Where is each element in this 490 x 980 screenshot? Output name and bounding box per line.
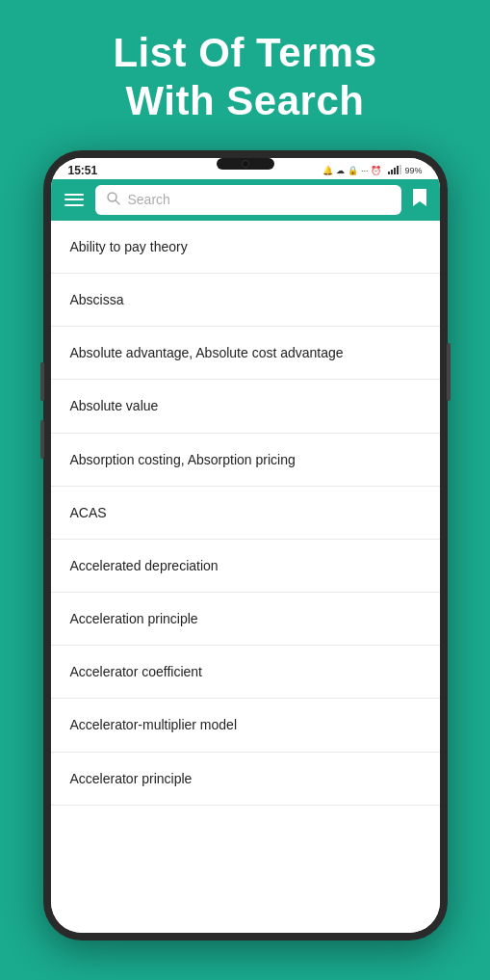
list-item[interactable]: Absolute value (51, 380, 440, 433)
side-volume-button (447, 343, 451, 401)
list-item[interactable]: Ability to pay theory (51, 221, 440, 274)
bookmark-button[interactable] (411, 187, 428, 213)
term-text: Acceleration principle (70, 611, 198, 626)
toolbar: Search (51, 179, 440, 221)
phone-frame: 15:51 🔔 ☁ 🔒 ··· ⏰ 99% (43, 150, 448, 940)
list-item[interactable]: ACAS (51, 487, 440, 540)
camera-dot (242, 160, 249, 168)
alarm-icon: ⏰ (371, 166, 381, 175)
term-text: Absolute advantage, Absolute cost advant… (70, 345, 344, 360)
hamburger-line-1 (64, 194, 84, 196)
term-text: Accelerator coefficient (70, 664, 202, 679)
more-icon: ··· (361, 166, 369, 175)
hamburger-line-3 (64, 204, 84, 206)
status-time: 15:51 (68, 164, 98, 177)
signal-icon (388, 165, 401, 176)
lock-icon: 🔒 (348, 166, 358, 175)
page-title: List Of Terms With Search (19, 29, 471, 126)
term-text: Ability to pay theory (70, 239, 188, 254)
terms-list: Ability to pay theoryAbscissaAbsolute ad… (51, 221, 440, 933)
hamburger-line-2 (64, 199, 84, 200)
list-item[interactable]: Absorption costing, Absorption pricing (51, 434, 440, 487)
term-text: Accelerated depreciation (70, 558, 219, 573)
list-item[interactable]: Accelerator principle (51, 753, 440, 806)
side-button-left-1 (40, 362, 44, 401)
term-text: Absorption costing, Absorption pricing (70, 452, 296, 467)
status-right-icons: 🔔 ☁ 🔒 ··· ⏰ 99% (322, 165, 423, 176)
svg-rect-0 (388, 172, 390, 174)
term-text: ACAS (70, 505, 107, 520)
phone-screen: 15:51 🔔 ☁ 🔒 ··· ⏰ 99% (51, 158, 440, 933)
list-item[interactable]: Absolute advantage, Absolute cost advant… (51, 327, 440, 380)
page-title-area: List Of Terms With Search (0, 0, 490, 150)
list-item[interactable]: Accelerator-multiplier model (51, 699, 440, 752)
menu-button[interactable] (63, 192, 86, 208)
term-text: Abscissa (70, 292, 124, 307)
svg-line-6 (116, 200, 119, 204)
svg-rect-2 (394, 168, 396, 174)
search-bar[interactable]: Search (95, 185, 401, 215)
cloud-icon: ☁ (336, 166, 345, 175)
svg-rect-1 (391, 170, 393, 174)
search-icon (107, 192, 120, 208)
search-placeholder: Search (128, 192, 170, 207)
camera-bump (217, 158, 274, 170)
list-item[interactable]: Accelerator coefficient (51, 646, 440, 699)
term-text: Accelerator principle (70, 771, 193, 786)
list-item[interactable]: Abscissa (51, 274, 440, 327)
notification-icon: 🔔 (322, 166, 333, 175)
list-item[interactable]: Acceleration principle (51, 593, 440, 646)
svg-rect-4 (400, 165, 401, 174)
list-item[interactable]: Accelerated depreciation (51, 540, 440, 593)
term-text: Absolute value (70, 398, 159, 413)
battery-icon: 99% (404, 166, 422, 175)
svg-rect-3 (397, 166, 399, 174)
side-button-left-2 (40, 420, 44, 459)
term-text: Accelerator-multiplier model (70, 717, 238, 732)
